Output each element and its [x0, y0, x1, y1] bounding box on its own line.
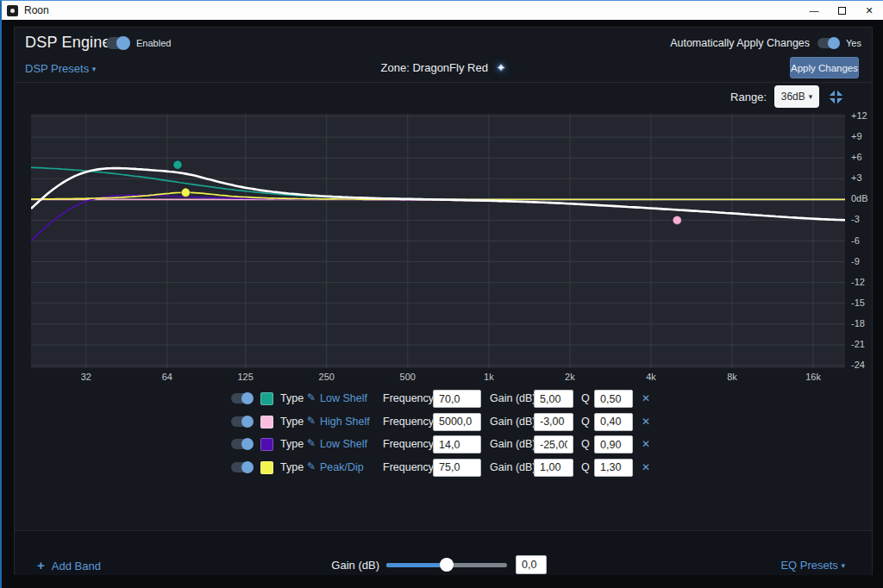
band-frequency-input[interactable] — [433, 435, 481, 454]
band-marker-dot[interactable] — [181, 188, 190, 197]
dsp-enabled-toggle[interactable] — [106, 37, 128, 49]
band-delete-button[interactable]: ✕ — [642, 461, 650, 473]
auto-apply-label: Automatically Apply Changes — [670, 37, 810, 49]
band-gain-input[interactable] — [534, 459, 573, 477]
x-axis-tick-label: 125 — [237, 372, 253, 382]
band-gain-input[interactable] — [534, 413, 573, 431]
window-minimize-button[interactable]: — — [800, 1, 828, 20]
slider-knob[interactable] — [440, 558, 454, 572]
band-q-label: Q — [581, 438, 590, 450]
band-frequency-label: Frequency — [383, 416, 434, 428]
eq-frequency-response-chart: 32641252505001k2k4k8k16k +12+9+6+30dB-3-… — [31, 114, 845, 368]
band-type-label: Type — [280, 438, 304, 450]
band-q-label: Q — [581, 416, 590, 428]
band-type-label: Type — [280, 392, 304, 404]
x-axis-tick-label: 16k — [805, 372, 821, 382]
band-color-swatch — [260, 461, 273, 474]
band-gain-label: Gain (dB) — [490, 461, 536, 473]
y-axis-tick-label: -18 — [851, 318, 883, 328]
band-gain-input[interactable] — [534, 390, 573, 408]
y-axis-tick-label: -24 — [851, 360, 883, 370]
toggle-knob — [116, 36, 130, 50]
band-type-label: Type — [280, 461, 304, 473]
y-axis-tick-label: 0dB — [851, 193, 883, 203]
dsp-enabled-label: Enabled — [136, 38, 171, 48]
master-gain-slider[interactable] — [386, 558, 507, 572]
y-axis-tick-label: +6 — [851, 152, 883, 162]
band-q-input[interactable] — [594, 459, 633, 477]
eq-plot — [31, 114, 845, 368]
master-gain-label: Gain (dB) — [308, 559, 379, 572]
band-enabled-toggle[interactable] — [231, 439, 252, 449]
band-q-input[interactable] — [594, 435, 633, 454]
band-2-response-curve — [31, 199, 845, 220]
range-label: Range: — [730, 91, 767, 103]
x-axis-tick-label: 500 — [400, 372, 416, 382]
page-title: DSP Engine — [25, 34, 111, 52]
band-q-label: Q — [581, 461, 590, 473]
y-axis-tick-label: -15 — [851, 297, 883, 308]
zone-indicator[interactable]: Zone: DragonFly Red ✦ — [381, 61, 506, 74]
toggle-knob — [241, 416, 254, 428]
band-gain-input[interactable] — [534, 435, 573, 454]
dsp-presets-dropdown[interactable]: DSP Presets ▾ — [25, 62, 96, 75]
dsp-engine-panel: DSP Engine Enabled Automatically Apply C… — [14, 27, 873, 575]
y-axis-tick-label: -12 — [851, 277, 883, 287]
eq-band-row: Type ✎ Low Shelf Frequency Gain (dB) Q ✕ — [15, 390, 874, 409]
band-delete-button[interactable]: ✕ — [642, 392, 650, 404]
x-axis-tick-label: 4k — [646, 372, 656, 382]
auto-apply-toggle[interactable] — [817, 38, 838, 48]
zone-label: Zone: DragonFly Red — [381, 61, 488, 74]
band-delete-button[interactable]: ✕ — [642, 416, 650, 428]
x-axis-tick-label: 250 — [319, 372, 335, 382]
pencil-edit-icon[interactable]: ✎ — [307, 415, 316, 427]
band-q-input[interactable] — [594, 390, 633, 408]
add-band-button[interactable]: +Add Band — [37, 558, 101, 572]
window-maximize-button[interactable] — [828, 1, 855, 20]
band-gain-label: Gain (dB) — [490, 416, 536, 428]
titlebar: Roon — ✕ — [2, 1, 883, 20]
y-axis-tick-label: -3 — [851, 214, 883, 224]
combined-response-curve — [31, 168, 845, 220]
x-axis-tick-label: 64 — [162, 372, 172, 382]
band-type-link[interactable]: Low Shelf — [320, 438, 367, 450]
band-delete-button[interactable]: ✕ — [642, 438, 650, 450]
pencil-edit-icon[interactable]: ✎ — [307, 437, 316, 449]
band-type-link[interactable]: Low Shelf — [320, 392, 367, 404]
plus-icon: + — [37, 558, 45, 572]
auto-apply-state: Yes — [846, 38, 861, 48]
maximize-icon — [838, 7, 846, 15]
x-axis-tick-label: 1k — [484, 372, 494, 382]
sparkle-icon: ✦ — [497, 61, 506, 74]
range-select[interactable]: 36dB ▾ — [774, 85, 819, 108]
master-gain-input[interactable] — [516, 555, 547, 574]
eq-band-row: Type ✎ Low Shelf Frequency Gain (dB) Q ✕ — [15, 435, 874, 454]
band-marker-dot[interactable] — [173, 160, 182, 169]
pencil-edit-icon[interactable]: ✎ — [307, 391, 316, 403]
band-frequency-label: Frequency — [383, 392, 434, 404]
collapse-chart-icon[interactable] — [827, 88, 845, 106]
header-divider — [15, 82, 872, 83]
band-type-link[interactable]: Peak/Dip — [320, 461, 364, 473]
band-gain-label: Gain (dB) — [490, 438, 536, 450]
band-frequency-label: Frequency — [383, 438, 434, 450]
band-q-input[interactable] — [594, 413, 633, 431]
apply-changes-button[interactable]: Apply Changes — [790, 57, 859, 78]
window-close-button[interactable]: ✕ — [855, 1, 883, 20]
roon-window: Roon — ✕ DSP Engine Enabled Automaticall… — [0, 0, 883, 588]
footer-bar: +Add Band Gain (dB) EQ Presets ▾ — [15, 530, 872, 575]
window-title: Roon — [24, 4, 49, 16]
band-enabled-toggle[interactable] — [231, 462, 252, 472]
band-frequency-input[interactable] — [433, 413, 481, 431]
band-gain-label: Gain (dB) — [490, 392, 536, 404]
eq-presets-dropdown[interactable]: EQ Presets ▾ — [780, 559, 845, 572]
band-type-link[interactable]: High Shelf — [320, 416, 370, 428]
band-enabled-toggle[interactable] — [231, 393, 252, 403]
pencil-edit-icon[interactable]: ✎ — [307, 460, 316, 472]
slider-fill — [386, 563, 447, 567]
band-frequency-input[interactable] — [433, 459, 481, 477]
band-frequency-input[interactable] — [433, 390, 481, 408]
band-marker-dot[interactable] — [673, 216, 681, 224]
eq-band-row: Type ✎ Peak/Dip Frequency Gain (dB) Q ✕ — [15, 459, 874, 478]
band-enabled-toggle[interactable] — [231, 416, 252, 427]
